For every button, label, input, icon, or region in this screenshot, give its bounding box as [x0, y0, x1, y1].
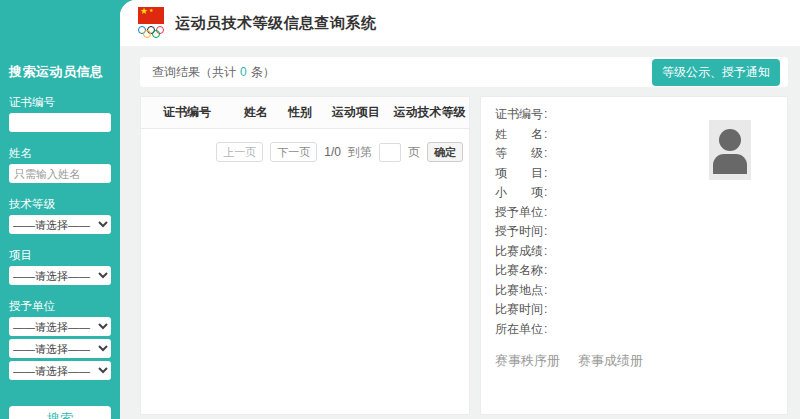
- detail-link-1[interactable]: 赛事成绩册: [578, 352, 643, 370]
- detail-row: 比赛名称:: [495, 261, 787, 281]
- results-count: 0: [240, 65, 247, 79]
- grade-select[interactable]: ——请选择——: [9, 215, 111, 234]
- detail-row: 授予时间:: [495, 222, 787, 242]
- sport-select[interactable]: ——请选择——: [9, 266, 111, 285]
- grade-notice-button[interactable]: 等级公示、授予通知: [652, 59, 780, 86]
- award-unit-select-2[interactable]: ——请选择——: [9, 339, 111, 358]
- detail-row: 授予单位:: [495, 203, 787, 223]
- main-area: 运动员技术等级信息查询系统 查询结果（共计 0 条） 等级公示、授予通知 证书编…: [120, 0, 800, 419]
- goto-page-suffix: 页: [408, 144, 420, 161]
- award-unit-select-1[interactable]: ——请选择——: [9, 317, 111, 336]
- page-title: 运动员技术等级信息查询系统: [175, 14, 377, 33]
- column-header-2: 性别: [279, 104, 322, 121]
- detail-row: 所在单位:: [495, 320, 787, 340]
- results-prefix: 查询结果（共计: [152, 64, 236, 81]
- grade-label: 技术等级: [9, 198, 111, 211]
- sport-label: 项目: [9, 249, 111, 262]
- cert-number-input[interactable]: [9, 113, 111, 132]
- event-book-links: 赛事秩序册赛事成绩册: [495, 352, 787, 370]
- pagination: 上一页 下一页 1/0 到第 页 确定: [141, 129, 469, 162]
- app-window: 搜索运动员信息 证书编号 姓名 技术等级 ——请选择—— 项目 ——请选择—— …: [0, 0, 800, 419]
- column-header-3: 运动项目: [321, 104, 390, 121]
- avatar-head-icon: [719, 129, 741, 151]
- china-flag-icon: [138, 7, 164, 24]
- results-suffix: 条）: [251, 64, 275, 81]
- goto-confirm-button[interactable]: 确定: [427, 142, 463, 162]
- column-header-1: 姓名: [233, 104, 279, 121]
- athlete-detail-card: 证书编号:姓名:等级:项目:小项:授予单位:授予时间:比赛成绩:比赛名称:比赛地…: [480, 96, 788, 415]
- search-button[interactable]: 搜索: [9, 406, 111, 419]
- detail-row: 小项:: [495, 183, 787, 203]
- award-unit-label: 授予单位: [9, 300, 111, 313]
- results-summary-bar: 查询结果（共计 0 条） 等级公示、授予通知: [140, 57, 788, 87]
- award-unit-select-group: ——请选择————请选择————请选择——: [9, 317, 111, 380]
- olympic-rings-icon: [138, 26, 166, 39]
- detail-row: 比赛成绩:: [495, 242, 787, 262]
- name-input[interactable]: [9, 164, 111, 183]
- next-page-button[interactable]: 下一页: [270, 142, 317, 162]
- content-row: 证书编号姓名性别运动项目运动技术等级 上一页 下一页 1/0 到第 页 确定 证…: [140, 96, 788, 415]
- column-header-0: 证书编号: [141, 104, 233, 121]
- detail-row: 比赛地点:: [495, 281, 787, 301]
- app-logo: [138, 7, 166, 39]
- page-indicator: 1/0: [324, 145, 341, 159]
- name-label: 姓名: [9, 147, 111, 160]
- table-header-row: 证书编号姓名性别运动项目运动技术等级: [141, 97, 469, 129]
- prev-page-button[interactable]: 上一页: [216, 142, 263, 162]
- detail-row: 比赛时间:: [495, 300, 787, 320]
- award-unit-select-3[interactable]: ——请选择——: [9, 361, 111, 380]
- detail-link-0[interactable]: 赛事秩序册: [495, 352, 560, 370]
- sidebar-title: 搜索运动员信息: [9, 63, 111, 81]
- app-header: 运动员技术等级信息查询系统: [120, 0, 800, 46]
- avatar-torso-icon: [713, 154, 747, 174]
- sidebar: 搜索运动员信息 证书编号 姓名 技术等级 ——请选择—— 项目 ——请选择—— …: [0, 0, 120, 419]
- column-header-4: 运动技术等级: [390, 104, 469, 121]
- cert-number-label: 证书编号: [9, 96, 111, 109]
- avatar-placeholder: [709, 120, 751, 180]
- goto-page-prefix: 到第: [348, 144, 372, 161]
- results-table-card: 证书编号姓名性别运动项目运动技术等级 上一页 下一页 1/0 到第 页 确定: [140, 96, 470, 415]
- goto-page-input[interactable]: [379, 143, 401, 162]
